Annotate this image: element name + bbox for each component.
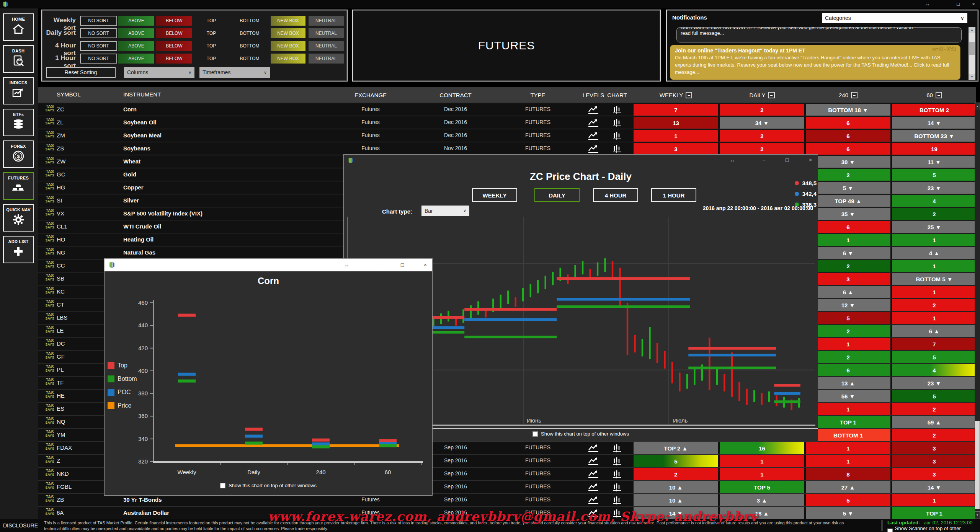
sidebar-item-futures[interactable]: FUTURES <box>3 172 34 200</box>
sidebar-item-quick-nav[interactable]: QUICK NAV <box>3 204 34 232</box>
maximize-button[interactable]: □ <box>397 260 408 269</box>
col-chart[interactable]: CHART <box>602 87 632 103</box>
levels-chart-icon[interactable] <box>586 144 600 154</box>
240-cell[interactable]: 6 <box>806 117 890 129</box>
col-type[interactable]: TYPE <box>508 87 568 103</box>
neutral-button[interactable]: NEUTRAL <box>309 54 344 64</box>
top-button[interactable]: TOP <box>193 16 229 26</box>
no-sort-button[interactable]: NO SORT <box>80 28 117 38</box>
minimize-button[interactable]: − <box>936 0 949 8</box>
table-row[interactable]: TASSAYSZLSoybean OilFuturesDec 2016FUTUR… <box>38 116 976 129</box>
window-drag-icon[interactable]: ↔ <box>921 0 934 8</box>
240-cell[interactable]: 56 ▼ <box>806 390 890 402</box>
60-cell[interactable]: 5 <box>892 169 977 181</box>
no-sort-button[interactable]: NO SORT <box>80 16 117 26</box>
240-cell[interactable]: TOP 1 <box>806 416 890 428</box>
no-sort-button[interactable]: NO SORT <box>80 54 117 64</box>
top-button[interactable]: TOP <box>193 54 229 64</box>
240-cell[interactable]: 5 ▼ <box>806 507 890 519</box>
levels-chart-icon[interactable] <box>586 443 600 454</box>
notifications-scrollbar[interactable]: ▲ ▼ <box>969 27 975 80</box>
col-daily[interactable]: DAILY− <box>720 87 804 103</box>
60-cell[interactable]: 1 <box>892 286 977 298</box>
close-button[interactable]: × <box>805 155 816 165</box>
60-cell[interactable]: 4 <box>892 364 977 376</box>
bar-chart-icon[interactable] <box>610 104 624 115</box>
levels-chart-icon[interactable] <box>586 456 600 467</box>
60-cell[interactable]: 2 <box>892 403 977 415</box>
240-cell[interactable]: 6 ▲ <box>806 286 890 298</box>
minimize-button[interactable]: − <box>374 260 385 269</box>
bar-chart-icon[interactable] <box>610 131 624 141</box>
weekly-cell[interactable]: 2 <box>634 468 718 480</box>
60-cell[interactable]: BOTTOM 2 <box>892 104 977 116</box>
daily-cell[interactable]: 34 ▼ <box>720 117 804 129</box>
window-drag-icon[interactable]: ↔ <box>727 155 738 165</box>
60-cell[interactable]: TOP 1 <box>892 507 977 519</box>
above-button[interactable]: ABOVE <box>118 54 154 64</box>
60-cell[interactable]: 59 ▲ <box>892 416 977 428</box>
col-240[interactable]: 240− <box>806 87 890 103</box>
60-cell[interactable]: 23 ▼ <box>892 182 977 194</box>
60-cell[interactable]: 6 ▲ <box>892 325 977 337</box>
240-cell[interactable]: 1 <box>806 234 890 246</box>
above-button[interactable]: ABOVE <box>118 28 154 38</box>
minimize-button[interactable]: − <box>758 155 769 165</box>
scanner-on-top-checkbox[interactable] <box>887 529 893 532</box>
240-cell[interactable]: 2 <box>806 260 890 272</box>
new-box-button[interactable]: NEW BOX <box>271 16 305 26</box>
sidebar-item-home[interactable]: HOME <box>3 13 34 41</box>
sidebar-item-forex[interactable]: FOREX$ <box>3 140 34 168</box>
bar-chart-icon[interactable] <box>610 443 624 454</box>
weekly-cell[interactable]: 10 ▲ <box>634 494 718 506</box>
240-cell[interactable]: 30 ▼ <box>806 156 890 168</box>
new-box-button[interactable]: NEW BOX <box>271 28 305 38</box>
collapse-icon[interactable]: − <box>686 92 692 98</box>
collapse-icon[interactable]: − <box>936 92 942 98</box>
60-cell[interactable]: 2 <box>892 299 977 311</box>
60-cell[interactable]: 1 <box>892 312 977 324</box>
window-title-bar[interactable]: ↔ − □ × <box>105 259 432 271</box>
60-cell[interactable]: 4 ▲ <box>892 247 977 259</box>
bottom-button[interactable]: BOTTOM <box>232 16 268 26</box>
60-cell[interactable]: 19 <box>892 143 977 155</box>
chart-type-dropdown[interactable]: Bar ∨ <box>421 206 469 216</box>
240-cell[interactable]: 1 <box>806 442 890 454</box>
60-cell[interactable]: 3 <box>892 468 977 480</box>
below-button[interactable]: BELOW <box>156 41 192 51</box>
new-box-button[interactable]: NEW BOX <box>271 41 305 51</box>
bar-chart-icon[interactable] <box>610 469 624 480</box>
timeframe-button-1-hour[interactable]: 1 HOUR <box>651 188 696 202</box>
daily-cell[interactable]: 1 <box>720 468 804 480</box>
daily-cell[interactable]: 1 <box>720 455 804 467</box>
levels-chart-icon[interactable] <box>586 104 600 115</box>
col-weekly[interactable]: WEEKLY− <box>634 87 718 103</box>
maximize-button[interactable]: □ <box>952 0 965 8</box>
neutral-button[interactable]: NEUTRAL <box>309 41 344 51</box>
notification-card-highlight[interactable]: окт 03 - 07:51 Join our online "Traders … <box>670 45 960 80</box>
col-contract[interactable]: CONTRACT <box>426 87 485 103</box>
60-cell[interactable]: 4 <box>892 195 977 207</box>
60-cell[interactable]: 2 <box>892 208 977 220</box>
close-button[interactable]: × <box>420 260 431 269</box>
240-cell[interactable]: 1 <box>806 338 890 350</box>
scroll-up-icon[interactable]: ▲ <box>969 27 975 33</box>
no-sort-button[interactable]: NO SORT <box>80 41 117 51</box>
daily-cell[interactable]: 16 <box>720 442 804 454</box>
timeframes-dropdown[interactable]: Timeframes ∨ <box>199 67 270 78</box>
timeframe-button-daily[interactable]: DAILY <box>534 188 580 202</box>
above-button[interactable]: ABOVE <box>118 16 154 26</box>
240-cell[interactable]: TOP 49 ▲ <box>806 195 890 207</box>
weekly-cell[interactable]: 7 <box>634 104 718 116</box>
240-cell[interactable]: 6 <box>806 143 890 155</box>
reset-sorting-button[interactable]: Reset Sorting <box>46 67 116 78</box>
weekly-cell[interactable]: 3 <box>634 143 718 155</box>
240-cell[interactable]: 27 ▲ <box>806 481 890 493</box>
bottom-button[interactable]: BOTTOM <box>232 41 268 51</box>
daily-cell[interactable]: 3 ▲ <box>720 494 804 506</box>
col-exchange[interactable]: EXCHANGE <box>341 87 400 103</box>
240-cell[interactable]: 13 ▲ <box>806 377 890 389</box>
scroll-down-icon[interactable]: ▼ <box>975 511 980 519</box>
60-cell[interactable]: 5 <box>892 390 977 402</box>
60-cell[interactable]: 23 ▼ <box>892 377 977 389</box>
